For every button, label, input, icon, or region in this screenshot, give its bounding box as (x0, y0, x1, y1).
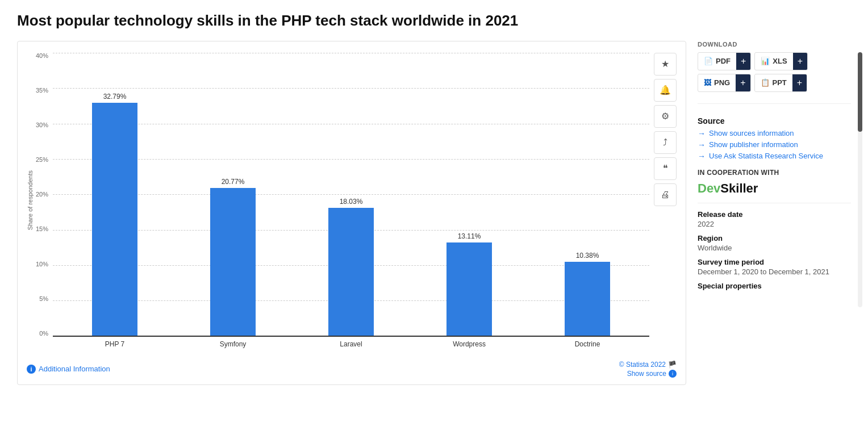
x-label: Wordpress (419, 340, 520, 348)
scrollbar[interactable] (858, 41, 862, 296)
x-label: Laravel (301, 340, 402, 348)
show-publisher-link[interactable]: → Show publisher information (698, 140, 851, 149)
print-button[interactable]: 🖨 (654, 183, 677, 206)
ppt-label: PPT (773, 78, 787, 87)
devskiller-logo: DevSkiller (698, 181, 851, 196)
show-sources-label: Show sources information (709, 129, 794, 137)
region-label: Region (698, 234, 851, 242)
release-date-value: 2022 (698, 220, 851, 228)
x-label: Doctrine (537, 340, 638, 348)
info-icon: i (27, 365, 36, 374)
additional-info-button[interactable]: i Additional Information (27, 365, 110, 374)
additional-info-label: Additional Information (39, 365, 110, 373)
png-btn-main: 🖼 PNG (698, 75, 736, 90)
scrollbar-thumb (858, 52, 862, 132)
download-buttons: 📄 PDF + 📊 XLS + 🖼 PNG (698, 52, 851, 92)
star-button[interactable]: ★ (654, 53, 677, 76)
bar-value-label: 32.79% (103, 93, 127, 101)
xls-download-button[interactable]: 📊 XLS + (754, 52, 808, 70)
bar-value-label: 13.11% (458, 232, 481, 240)
y-tick: 35% (36, 87, 48, 94)
devskiller-skiller: Skiller (720, 181, 758, 195)
bar-value-label: 20.77% (222, 178, 245, 186)
y-tick: 15% (36, 226, 48, 232)
bar-group: 13.11% (419, 53, 520, 336)
y-axis-label: Share of respondents (27, 170, 34, 230)
survey-period-label: Survey time period (698, 258, 851, 266)
bar-value-label: 10.38% (576, 252, 599, 260)
divider-1 (698, 103, 851, 104)
png-label: PNG (714, 78, 730, 87)
release-date-row: Release date 2022 (698, 210, 851, 228)
y-tick: 0% (36, 331, 48, 337)
bars-section: 32.79%20.77%18.03%13.11%10.38% PHP 7Symf… (53, 53, 649, 348)
release-date-label: Release date (698, 210, 851, 219)
bar-value-label: 18.03% (340, 198, 363, 206)
chart-card: Share of respondents 40%35%30%25%20%15%1… (17, 41, 686, 385)
main-layout: Share of respondents 40%35%30%25%20%15%1… (17, 41, 851, 385)
y-tick: 30% (36, 122, 48, 128)
download-section: DOWNLOAD 📄 PDF + 📊 XLS + (698, 41, 851, 92)
bar-group: 32.79% (64, 53, 165, 336)
chart-area: Share of respondents 40%35%30%25%20%15%1… (27, 53, 677, 348)
gear-button[interactable]: ⚙ (654, 105, 677, 128)
special-properties-row: Special properties (698, 282, 851, 290)
ppt-btn-main: 📋 PPT (755, 75, 792, 90)
bell-button[interactable]: 🔔 (654, 79, 677, 102)
bar-group: 20.77% (182, 53, 283, 336)
ppt-icon: 📋 (761, 78, 770, 87)
bars-container: 32.79%20.77%18.03%13.11%10.38% (53, 53, 649, 337)
pdf-plus: + (736, 53, 750, 70)
show-source-icon: i (669, 370, 677, 378)
share-button[interactable]: ⤴ (654, 131, 677, 154)
ask-statista-link[interactable]: → Use Ask Statista Research Service (698, 152, 851, 161)
pdf-label: PDF (716, 57, 731, 65)
x-label: Symfony (182, 340, 283, 348)
chart-footer: i Additional Information © Statista 2022… (27, 356, 677, 378)
show-sources-link[interactable]: → Show sources information (698, 129, 851, 138)
bar-rect (446, 242, 492, 336)
xls-label: XLS (773, 57, 787, 65)
show-source-label: Show source (627, 370, 666, 378)
divider-2 (698, 203, 851, 203)
sidebar-icons: ★ 🔔 ⚙ ⤴ ❝ 🖨 (654, 53, 677, 348)
show-publisher-label: Show publisher information (709, 140, 798, 149)
special-properties-label: Special properties (698, 282, 851, 290)
scrollbar-track (858, 52, 862, 307)
y-axis-ticks: 40%35%30%25%20%15%10%5%0% (36, 53, 53, 337)
y-tick: 25% (36, 157, 48, 163)
devskiller-dev: Dev (698, 181, 720, 195)
png-icon: 🖼 (704, 78, 711, 87)
y-tick: 20% (36, 191, 48, 198)
y-tick: 10% (36, 261, 48, 267)
y-tick: 40% (36, 53, 48, 59)
flag-icon: 🏴 (668, 361, 677, 369)
xls-icon: 📊 (761, 57, 770, 65)
arrow-icon-3: → (698, 152, 706, 161)
bar-rect (328, 208, 374, 336)
statista-credit: © Statista 2022 🏴 (619, 361, 677, 369)
bar-group: 10.38% (537, 53, 638, 336)
survey-period-row: Survey time period December 1, 2020 to D… (698, 258, 851, 276)
survey-period-value: December 1, 2020 to December 1, 2021 (698, 267, 851, 276)
source-title: Source (698, 116, 851, 126)
pdf-icon: 📄 (704, 57, 713, 65)
png-download-button[interactable]: 🖼 PNG + (698, 74, 751, 92)
pdf-download-button[interactable]: 📄 PDF + (698, 52, 751, 70)
cooperation-section: IN COOPERATION WITH DevSkiller (698, 169, 851, 196)
source-section: Source → Show sources information → Show… (698, 111, 851, 161)
right-panel: DOWNLOAD 📄 PDF + 📊 XLS + (698, 41, 851, 296)
arrow-icon-2: → (698, 140, 706, 149)
credit-text: © Statista 2022 (619, 361, 666, 369)
quote-button[interactable]: ❝ (654, 157, 677, 180)
show-source-button[interactable]: Show source i (619, 370, 677, 378)
xls-plus: + (793, 53, 807, 70)
ppt-download-button[interactable]: 📋 PPT + (754, 74, 808, 92)
region-value: Worldwide (698, 244, 851, 252)
bar-rect (92, 103, 137, 336)
arrow-icon-1: → (698, 129, 706, 138)
ask-statista-label: Use Ask Statista Research Service (709, 152, 823, 160)
bar-rect (565, 262, 610, 336)
chart-footer-right: © Statista 2022 🏴 Show source i (619, 361, 677, 378)
y-tick: 5% (36, 296, 48, 302)
